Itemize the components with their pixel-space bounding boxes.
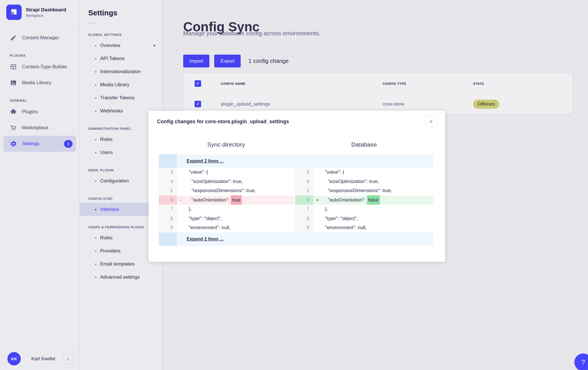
database-header: Database bbox=[295, 141, 433, 148]
code-cell: "value": { bbox=[313, 168, 433, 177]
code-cell: "sizeOptimization": true, bbox=[177, 177, 294, 186]
code-text: }, bbox=[186, 205, 192, 214]
code-text: "sizeOptimization": true, bbox=[322, 177, 379, 186]
expand-body: Expand 2 lines ... bbox=[177, 154, 433, 168]
line-number: 4 bbox=[295, 177, 313, 186]
diff-line-added: 6 + "autoOrientation": false bbox=[295, 196, 433, 205]
line-number: 6 bbox=[159, 196, 177, 205]
diff-line: 7 }, bbox=[159, 205, 294, 214]
diff-line: 9 "environment": null, bbox=[295, 223, 433, 233]
code-cell: "type": "object", bbox=[313, 214, 433, 223]
code-cell: "responsiveDimensions": true, bbox=[313, 186, 433, 196]
code-text: "type": "object", bbox=[186, 214, 222, 223]
changed-token: false bbox=[367, 195, 380, 205]
line-number: 9 bbox=[295, 223, 313, 233]
code-text: "autoOrientation": bbox=[322, 196, 367, 205]
code-cell: }, bbox=[313, 205, 433, 214]
modal-title: Config changes for core-store.plugin_upl… bbox=[157, 119, 289, 125]
diff-line: 9 "environment": null, bbox=[159, 223, 294, 233]
line-number: 8 bbox=[159, 214, 177, 223]
code-text: "environment": null, bbox=[186, 223, 230, 233]
expand-row-top: Expand 2 lines ... bbox=[159, 154, 433, 168]
code-text: "value": { bbox=[322, 168, 344, 177]
line-number: 9 bbox=[159, 223, 177, 233]
diff-sign: - bbox=[177, 196, 186, 205]
code-text: "autoOrientation": bbox=[186, 196, 231, 205]
question-mark-icon: ? bbox=[581, 358, 585, 366]
diff-line-removed: 6 - "autoOrientation": true bbox=[159, 196, 294, 205]
diff-column-headers: Sync directory Database bbox=[159, 141, 435, 148]
expand-gutter bbox=[159, 154, 177, 168]
code-cell: "value": { bbox=[177, 168, 294, 177]
code-text: "value": { bbox=[186, 168, 208, 177]
diff-line: 4 "sizeOptimization": true, bbox=[159, 177, 294, 186]
expand-gutter bbox=[159, 233, 177, 246]
code-text: "environment": null, bbox=[322, 223, 367, 233]
line-number: 5 bbox=[295, 186, 313, 196]
line-number: 4 bbox=[159, 177, 177, 186]
code-cell: "environment": null, bbox=[177, 223, 294, 233]
code-cell: "type": "object", bbox=[177, 214, 294, 223]
code-text: "sizeOptimization": true, bbox=[186, 177, 243, 186]
expand-lines-link-bottom[interactable]: Expand 2 lines ... bbox=[187, 237, 224, 242]
close-icon: ✕ bbox=[429, 119, 433, 125]
changed-token: true bbox=[231, 195, 242, 205]
expand-row-bottom: Expand 2 lines ... bbox=[159, 233, 433, 246]
code-text: "type": "object", bbox=[322, 214, 358, 223]
diff-panels: 3 "value": { 4 "sizeOptimization": true,… bbox=[159, 168, 433, 233]
diff-line: 3 "value": { bbox=[159, 168, 294, 177]
expand-lines-link-top[interactable]: Expand 2 lines ... bbox=[187, 159, 224, 164]
code-cell: + "autoOrientation": false bbox=[313, 196, 433, 205]
diff-sign: + bbox=[313, 196, 322, 205]
line-number: 7 bbox=[159, 205, 177, 214]
code-cell: "environment": null, bbox=[313, 223, 433, 233]
modal-header: Config changes for core-store.plugin_upl… bbox=[148, 111, 445, 133]
line-number: 3 bbox=[295, 168, 313, 177]
line-number: 7 bbox=[295, 205, 313, 214]
code-text: "responsiveDimensions": true, bbox=[322, 186, 392, 196]
diff-line: 8 "type": "object", bbox=[295, 214, 433, 223]
diff-line: 4 "sizeOptimization": true, bbox=[295, 177, 433, 186]
diff-panel-sync-directory: 3 "value": { 4 "sizeOptimization": true,… bbox=[159, 168, 294, 233]
diff-viewer: Expand 2 lines ... 3 "value": { 4 "sizeO… bbox=[159, 154, 433, 246]
code-text: }, bbox=[322, 205, 328, 214]
line-number: 6 bbox=[295, 196, 313, 205]
diff-line: 3 "value": { bbox=[295, 168, 433, 177]
code-cell: "sizeOptimization": true, bbox=[313, 177, 433, 186]
diff-line: 7 }, bbox=[295, 205, 433, 214]
config-diff-modal: Config changes for core-store.plugin_upl… bbox=[148, 111, 445, 262]
diff-line: 8 "type": "object", bbox=[159, 214, 294, 223]
diff-line: 5 "responsiveDimensions": true, bbox=[159, 186, 294, 196]
line-number: 3 bbox=[159, 168, 177, 177]
code-cell: - "autoOrientation": true bbox=[177, 196, 294, 205]
code-cell: }, bbox=[177, 205, 294, 214]
diff-line: 5 "responsiveDimensions": true, bbox=[295, 186, 433, 196]
sync-directory-header: Sync directory bbox=[159, 141, 294, 148]
line-number: 5 bbox=[159, 186, 177, 196]
expand-body: Expand 2 lines ... bbox=[177, 233, 433, 246]
line-number: 8 bbox=[295, 214, 313, 223]
code-text: "responsiveDimensions": true, bbox=[186, 186, 256, 196]
close-modal-button[interactable]: ✕ bbox=[425, 116, 437, 127]
diff-panel-database: 3 "value": { 4 "sizeOptimization": true,… bbox=[295, 168, 433, 233]
code-cell: "responsiveDimensions": true, bbox=[177, 186, 294, 196]
